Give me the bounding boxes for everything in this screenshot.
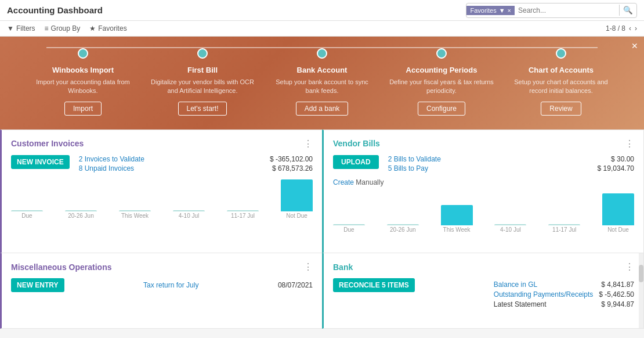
upload-button[interactable]: UPLOAD bbox=[333, 155, 379, 169]
favorites-button[interactable]: ★ Favorites bbox=[89, 24, 126, 33]
scroll-indicator bbox=[639, 253, 643, 328]
vb-bar-jul11 bbox=[548, 224, 580, 225]
step-title-5: Chart of Accounts bbox=[529, 66, 594, 74]
header: Accounting Dashboard Favorites ▼ × 🔍 bbox=[0, 0, 644, 21]
vendor-bills-chart: Due 20-26 Jun This Week 4-10 Jul 11-17 J… bbox=[333, 190, 634, 235]
search-button[interactable]: 🔍 bbox=[619, 5, 636, 16]
bank-title: Bank bbox=[333, 263, 353, 272]
task-link[interactable]: Tax return for July bbox=[143, 281, 198, 289]
unpaid-invoices-link[interactable]: 8 Unpaid Invoices bbox=[79, 164, 144, 172]
payments-label[interactable]: Outstanding Payments/Receipts bbox=[494, 290, 593, 299]
chart-bar-notdue: Not Due bbox=[281, 179, 313, 219]
task-date: 08/07/2021 bbox=[278, 281, 313, 289]
miscellaneous-menu-icon[interactable]: ⋮ bbox=[303, 261, 313, 272]
bar-due bbox=[11, 210, 43, 211]
customer-invoices-header: Customer Invoices ⋮ bbox=[11, 138, 313, 149]
prev-page-button[interactable]: ‹ bbox=[629, 24, 631, 33]
miscellaneous-card: Miscellaneous Operations ⋮ NEW ENTRY Tax… bbox=[0, 253, 322, 329]
vendor-bills-card: Vendor Bills ⋮ UPLOAD 2 Bills to Validat… bbox=[322, 130, 644, 253]
step-btn-3[interactable]: Add a bank bbox=[296, 102, 349, 116]
miscellaneous-header: Miscellaneous Operations ⋮ bbox=[11, 261, 313, 272]
bank-menu-icon[interactable]: ⋮ bbox=[625, 261, 634, 272]
bills-amount1: $ 30.00 bbox=[611, 155, 634, 163]
invoices-to-validate-link[interactable]: 2 Invoices to Validate bbox=[79, 155, 144, 163]
bar-thisweek bbox=[119, 210, 151, 211]
vendor-bill-amounts: $ 30.00 $ 19,034.70 bbox=[598, 155, 634, 172]
scroll-thumb[interactable] bbox=[639, 265, 643, 282]
vendor-bills-menu-icon[interactable]: ⋮ bbox=[625, 138, 634, 149]
toolbar-left: ▼ Filters ≡ Group By ★ Favorites bbox=[7, 24, 127, 33]
bar-label-due: Due bbox=[21, 213, 32, 219]
banner-step-2: First Bill Digitalize your vendor bills … bbox=[150, 48, 255, 116]
customer-invoices-body: NEW INVOICE 2 Invoices to Validate 8 Unp… bbox=[11, 155, 313, 172]
invoices-amount1: $ -365,102.00 bbox=[270, 155, 313, 163]
step-btn-5[interactable]: Review bbox=[541, 102, 581, 116]
miscellaneous-body: NEW ENTRY Tax return for July 08/07/2021 bbox=[11, 278, 313, 292]
step-desc-2: Digitalize your vendor bills with OCR an… bbox=[150, 78, 255, 96]
vendor-bills-body: UPLOAD 2 Bills to Validate 5 Bills to Pa… bbox=[333, 155, 634, 186]
statement-value: $ 9,944.87 bbox=[601, 300, 634, 308]
vb-chart-bar-thisweek: This Week bbox=[441, 205, 473, 233]
filter-icon: ▼ bbox=[7, 24, 14, 33]
favorites-tag[interactable]: Favorites ▼ × bbox=[466, 6, 515, 15]
step-desc-1: Import your accounting data from Winbook… bbox=[31, 78, 135, 96]
reconcile-button[interactable]: RECONCILE 5 ITEMS bbox=[333, 278, 415, 292]
vb-bar-due bbox=[333, 224, 365, 225]
banner-step-3: Bank Account Setup your bank account to … bbox=[270, 48, 374, 116]
vb-chart-bar-jul4: 4-10 Jul bbox=[494, 224, 526, 233]
step-title-2: First Bill bbox=[187, 66, 218, 74]
chart-bar-due: Due bbox=[11, 210, 43, 219]
create-link[interactable]: Create bbox=[333, 178, 354, 186]
banner-step-1: Winbooks Import Import your accounting d… bbox=[31, 48, 135, 116]
group-by-button[interactable]: ≡ Group By bbox=[45, 24, 81, 33]
bar-label-jul4: 4-10 Jul bbox=[179, 213, 200, 219]
bills-to-validate-link[interactable]: 2 Bills to Validate bbox=[388, 155, 441, 163]
balance-value: $ 4,841.87 bbox=[601, 281, 634, 289]
customer-invoices-action-row: NEW INVOICE 2 Invoices to Validate 8 Unp… bbox=[11, 155, 144, 172]
bar-label-notdue: Not Due bbox=[286, 213, 307, 219]
vb-chart-bar-jun: 20-26 Jun bbox=[387, 224, 419, 233]
vb-chart-bar-due: Due bbox=[333, 224, 365, 233]
step-btn-2[interactable]: Let's start! bbox=[178, 102, 227, 116]
vendor-bills-links: 2 Bills to Validate 5 Bills to Pay bbox=[388, 155, 441, 172]
step-btn-1[interactable]: Import bbox=[64, 102, 102, 116]
step-dot-1 bbox=[78, 48, 88, 59]
favorites-tag-label: Favorites bbox=[470, 7, 496, 14]
chart-bar-jul4: 4-10 Jul bbox=[173, 210, 205, 219]
step-btn-4[interactable]: Configure bbox=[418, 102, 465, 116]
vb-bar-label-thisweek: This Week bbox=[443, 226, 471, 233]
favorites-label: Favorites bbox=[98, 24, 126, 33]
search-bar: Favorites ▼ × 🔍 bbox=[466, 3, 637, 18]
toolbar-right: 1-8 / 8 ‹ › bbox=[606, 24, 637, 33]
next-page-button[interactable]: › bbox=[635, 24, 637, 33]
bank-statement-row: Latest Statement $ 9,944.87 bbox=[494, 300, 634, 308]
new-entry-button[interactable]: NEW ENTRY bbox=[11, 278, 64, 292]
bank-info: Balance in GL $ 4,841.87 Outstanding Pay… bbox=[494, 281, 634, 310]
bank-card: Bank ⋮ RECONCILE 5 ITEMS Balance in GL $… bbox=[322, 253, 644, 329]
step-title-4: Accounting Periods bbox=[406, 66, 477, 74]
step-dot-4 bbox=[436, 48, 447, 59]
payments-value: $ -5,462.50 bbox=[599, 290, 634, 299]
toolbar: ▼ Filters ≡ Group By ★ Favorites 1-8 / 8… bbox=[0, 21, 644, 37]
favorites-close-icon[interactable]: × bbox=[508, 7, 511, 14]
balance-label[interactable]: Balance in GL bbox=[494, 281, 537, 289]
filters-button[interactable]: ▼ Filters bbox=[7, 24, 35, 33]
step-dot-2 bbox=[197, 48, 208, 59]
page-title: Accounting Dashboard bbox=[7, 5, 466, 15]
manually-label: Manually bbox=[354, 178, 383, 186]
new-invoice-button[interactable]: NEW INVOICE bbox=[11, 155, 70, 169]
bank-body: RECONCILE 5 ITEMS Balance in GL $ 4,841.… bbox=[333, 278, 634, 310]
chart-bar-jun: 20-26 Jun bbox=[65, 210, 97, 219]
vb-bar-thisweek bbox=[441, 205, 473, 225]
statement-label: Latest Statement bbox=[494, 300, 547, 308]
customer-invoices-chart: Due 20-26 Jun This Week 4-10 Jul 11-17 J… bbox=[11, 176, 313, 221]
vb-bar-label-jul11: 11-17 Jul bbox=[552, 226, 576, 233]
search-input[interactable] bbox=[515, 5, 619, 16]
customer-invoices-menu-icon[interactable]: ⋮ bbox=[303, 138, 313, 149]
vb-bar-jun bbox=[387, 224, 419, 225]
bills-to-pay-link[interactable]: 5 Bills to Pay bbox=[388, 164, 441, 172]
filters-label: Filters bbox=[16, 24, 35, 33]
vb-bar-label-due: Due bbox=[343, 226, 354, 233]
step-dot-3 bbox=[317, 48, 327, 59]
vb-chart-bar-notdue: Not Due bbox=[602, 193, 634, 233]
